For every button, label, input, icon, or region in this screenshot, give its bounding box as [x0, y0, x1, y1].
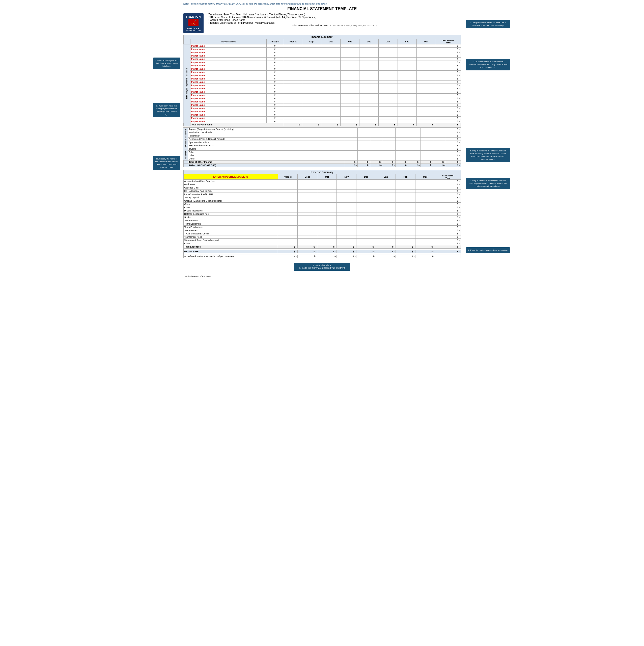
mar-cell[interactable]	[417, 81, 436, 84]
jersey-number[interactable]: #	[267, 107, 283, 110]
mar-cell[interactable]	[417, 117, 436, 120]
player-name[interactable]: Player Name	[190, 61, 267, 64]
player-name[interactable]: Player Name	[190, 68, 267, 71]
dec-cell[interactable]	[360, 71, 379, 74]
feb-cell[interactable]	[398, 44, 417, 48]
aug-cell[interactable]	[283, 54, 302, 58]
jan-cell[interactable]	[378, 48, 398, 51]
feb-cell[interactable]	[398, 48, 417, 51]
aug-cell[interactable]	[283, 58, 302, 61]
jersey-number[interactable]: #	[267, 68, 283, 71]
oct-cell[interactable]	[321, 94, 340, 97]
jersey-number[interactable]: #	[267, 113, 283, 117]
nov-cell[interactable]	[340, 94, 360, 97]
player-name[interactable]: Player Name	[190, 97, 267, 100]
player-name[interactable]: Player Name	[190, 107, 267, 110]
dec-cell[interactable]	[360, 77, 379, 81]
mar-cell[interactable]	[417, 48, 436, 51]
aug-cell[interactable]	[283, 71, 302, 74]
nov-cell[interactable]	[340, 64, 360, 68]
sept-cell[interactable]	[302, 120, 321, 123]
nov-cell[interactable]	[340, 100, 360, 103]
player-name[interactable]: Player Name	[190, 74, 267, 77]
oct-cell[interactable]	[321, 103, 340, 107]
dec-cell[interactable]	[360, 113, 379, 117]
aug-cell[interactable]	[283, 117, 302, 120]
oct-cell[interactable]	[321, 120, 340, 123]
aug-cell[interactable]	[283, 48, 302, 51]
jersey-number[interactable]: #	[267, 44, 283, 48]
jersey-number[interactable]: #	[267, 94, 283, 97]
feb-cell[interactable]	[398, 61, 417, 64]
sept-cell[interactable]	[302, 74, 321, 77]
mar-cell[interactable]	[417, 120, 436, 123]
dec-cell[interactable]	[360, 90, 379, 94]
aug-cell[interactable]	[283, 61, 302, 64]
aug-cell[interactable]	[283, 94, 302, 97]
player-name[interactable]: Player Name	[190, 87, 267, 90]
sept-cell[interactable]	[302, 81, 321, 84]
mar-cell[interactable]	[417, 51, 436, 54]
sept-cell[interactable]	[302, 117, 321, 120]
oct-cell[interactable]	[321, 58, 340, 61]
jan-cell[interactable]	[378, 103, 398, 107]
sept-cell[interactable]	[302, 84, 321, 87]
jan-cell[interactable]	[378, 68, 398, 71]
mar-cell[interactable]	[417, 103, 436, 107]
nov-cell[interactable]	[340, 110, 360, 113]
mar-cell[interactable]	[417, 71, 436, 74]
jan-cell[interactable]	[378, 90, 398, 94]
feb-cell[interactable]	[398, 58, 417, 61]
dec-cell[interactable]	[360, 84, 379, 87]
mar-cell[interactable]	[417, 110, 436, 113]
jersey-number[interactable]: #	[267, 71, 283, 74]
player-name[interactable]: Player Name	[190, 117, 267, 120]
jan-cell[interactable]	[378, 113, 398, 117]
oct-cell[interactable]	[321, 113, 340, 117]
feb-cell[interactable]	[398, 87, 417, 90]
player-name[interactable]: Player Name	[190, 48, 267, 51]
aug-cell[interactable]	[283, 113, 302, 117]
sept-cell[interactable]	[302, 77, 321, 81]
mar-cell[interactable]	[417, 74, 436, 77]
feb-cell[interactable]	[398, 110, 417, 113]
dec-cell[interactable]	[360, 110, 379, 113]
aug-cell[interactable]	[283, 51, 302, 54]
aug-cell[interactable]	[283, 97, 302, 100]
player-name[interactable]: Player Name	[190, 103, 267, 107]
oct-cell[interactable]	[321, 117, 340, 120]
dec-cell[interactable]	[360, 120, 379, 123]
feb-cell[interactable]	[398, 51, 417, 54]
jersey-number[interactable]: #	[267, 117, 283, 120]
feb-cell[interactable]	[398, 97, 417, 100]
jersey-number[interactable]: #	[267, 81, 283, 84]
jan-cell[interactable]	[378, 74, 398, 77]
nov-cell[interactable]	[340, 120, 360, 123]
nov-cell[interactable]	[340, 54, 360, 58]
mar-cell[interactable]	[417, 87, 436, 90]
jan-cell[interactable]	[378, 51, 398, 54]
feb-cell[interactable]	[398, 113, 417, 117]
oct-cell[interactable]	[321, 97, 340, 100]
oct-cell[interactable]	[321, 61, 340, 64]
oct-cell[interactable]	[321, 54, 340, 58]
feb-cell[interactable]	[398, 84, 417, 87]
aug-cell[interactable]	[283, 77, 302, 81]
player-name[interactable]: Player Name	[190, 51, 267, 54]
aug-cell[interactable]	[283, 103, 302, 107]
jersey-number[interactable]: #	[267, 87, 283, 90]
dec-cell[interactable]	[360, 61, 379, 64]
jan-cell[interactable]	[378, 71, 398, 74]
nov-cell[interactable]	[340, 48, 360, 51]
aug-cell[interactable]	[283, 120, 302, 123]
feb-cell[interactable]	[398, 64, 417, 68]
jan-cell[interactable]	[378, 97, 398, 100]
mar-cell[interactable]	[417, 97, 436, 100]
oct-cell[interactable]	[321, 107, 340, 110]
jersey-number[interactable]: #	[267, 110, 283, 113]
nov-cell[interactable]	[340, 107, 360, 110]
oct-cell[interactable]	[321, 110, 340, 113]
player-name[interactable]: Player Name	[190, 110, 267, 113]
player-name[interactable]: Player Name	[190, 113, 267, 117]
dec-cell[interactable]	[360, 48, 379, 51]
